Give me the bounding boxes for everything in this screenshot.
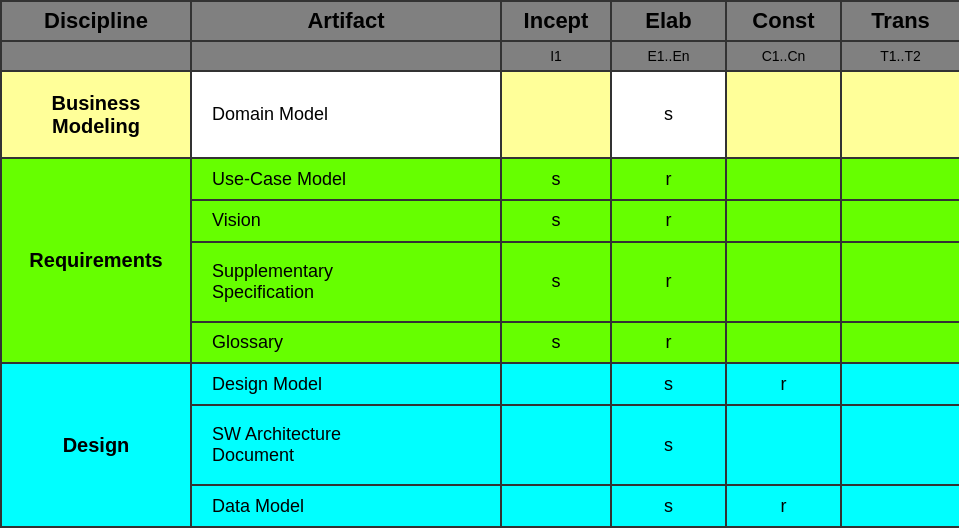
req-incept-vision: s <box>501 200 611 242</box>
req-discipline: Requirements <box>1 158 191 363</box>
des-discipline: Design <box>1 363 191 527</box>
incept-header: Incept <box>501 1 611 41</box>
bm-artifact-domain: Domain Model <box>191 71 501 158</box>
trans-iter: T1..T2 <box>841 41 959 71</box>
const-header: Const <box>726 1 841 41</box>
req-elab-vision: r <box>611 200 726 242</box>
des-const-swarch <box>726 405 841 485</box>
const-iter: C1..Cn <box>726 41 841 71</box>
artifact-iter <box>191 41 501 71</box>
des-trans-swarch <box>841 405 959 485</box>
des-incept-datamodel <box>501 485 611 527</box>
req-artifact-vision: Vision <box>191 200 501 242</box>
bm-discipline: BusinessModeling <box>1 71 191 158</box>
req-incept-usecase: s <box>501 158 611 200</box>
des-artifact-swarch: SW ArchitectureDocument <box>191 405 501 485</box>
req-const-supspec <box>726 242 841 322</box>
des-artifact-datamodel: Data Model <box>191 485 501 527</box>
incept-iter: I1 <box>501 41 611 71</box>
des-trans-designmodel <box>841 363 959 405</box>
req-elab-supspec: r <box>611 242 726 322</box>
req-const-glossary <box>726 322 841 364</box>
trans-header: Trans <box>841 1 959 41</box>
req-trans-usecase <box>841 158 959 200</box>
req-const-usecase <box>726 158 841 200</box>
bm-const-domain <box>726 71 841 158</box>
des-incept-designmodel <box>501 363 611 405</box>
des-incept-swarch <box>501 405 611 485</box>
des-elab-designmodel: s <box>611 363 726 405</box>
des-trans-datamodel <box>841 485 959 527</box>
des-const-designmodel: r <box>726 363 841 405</box>
req-trans-vision <box>841 200 959 242</box>
req-trans-glossary <box>841 322 959 364</box>
req-elab-glossary: r <box>611 322 726 364</box>
discipline-header: Discipline <box>1 1 191 41</box>
des-const-datamodel: r <box>726 485 841 527</box>
req-elab-usecase: r <box>611 158 726 200</box>
req-const-vision <box>726 200 841 242</box>
artifact-header: Artifact <box>191 1 501 41</box>
des-elab-datamodel: s <box>611 485 726 527</box>
discipline-iter <box>1 41 191 71</box>
req-incept-supspec: s <box>501 242 611 322</box>
req-artifact-supspec: SupplementarySpecification <box>191 242 501 322</box>
elab-header: Elab <box>611 1 726 41</box>
des-artifact-designmodel: Design Model <box>191 363 501 405</box>
req-artifact-usecase: Use-Case Model <box>191 158 501 200</box>
des-elab-swarch: s <box>611 405 726 485</box>
bm-incept-domain <box>501 71 611 158</box>
bm-trans-domain <box>841 71 959 158</box>
elab-iter: E1..En <box>611 41 726 71</box>
req-incept-glossary: s <box>501 322 611 364</box>
req-artifact-glossary: Glossary <box>191 322 501 364</box>
req-trans-supspec <box>841 242 959 322</box>
bm-elab-domain: s <box>611 71 726 158</box>
